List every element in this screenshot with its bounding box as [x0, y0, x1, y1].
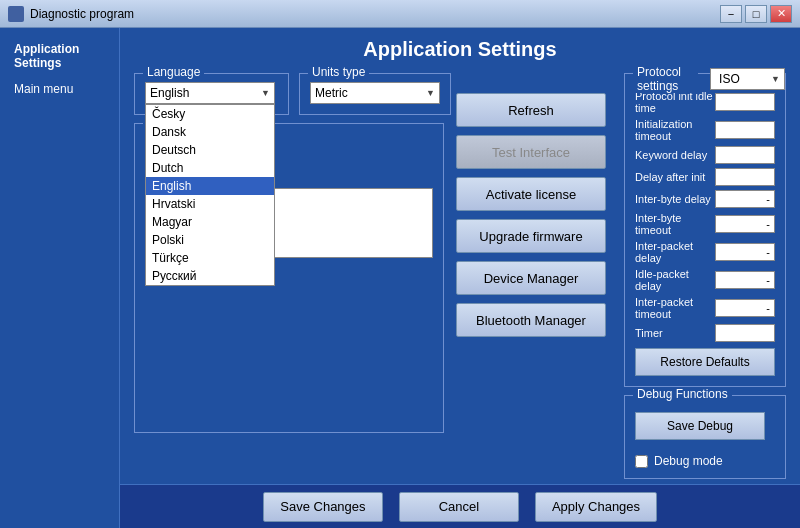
window-title: Diagnostic program — [30, 7, 134, 21]
lang-option-magyar[interactable]: Magyar — [146, 213, 274, 231]
debug-mode-row: Debug mode — [635, 454, 723, 468]
lang-option-russian[interactable]: Русский — [146, 267, 274, 285]
lang-option-dutch[interactable]: Dutch — [146, 159, 274, 177]
lang-option-polski[interactable]: Polski — [146, 231, 274, 249]
sidebar-item-main-menu[interactable]: Main menu — [8, 78, 111, 100]
device-manager-button[interactable]: Device Manager — [456, 261, 606, 295]
proto-input-2[interactable] — [715, 146, 775, 164]
proto-input-4[interactable] — [715, 190, 775, 208]
upgrade-firmware-button[interactable]: Upgrade firmware — [456, 219, 606, 253]
restore-defaults-button[interactable]: Restore Defaults — [635, 348, 775, 376]
page-title: Application Settings — [134, 38, 786, 61]
proto-label-7: Idle-packet delay — [635, 268, 715, 292]
proto-input-0[interactable] — [715, 93, 775, 111]
units-select[interactable]: Metric ▼ — [310, 82, 440, 104]
debug-mode-checkbox[interactable] — [635, 455, 648, 468]
lang-option-dansk[interactable]: Dansk — [146, 123, 274, 141]
sidebar-item-application-settings[interactable]: Application Settings — [8, 38, 111, 74]
units-group: Units type Metric ▼ — [299, 73, 451, 115]
language-dropdown-container[interactable]: English ▼ Česky Dansk Deutsch Dutch Engl… — [145, 82, 275, 104]
minimize-button[interactable]: − — [720, 5, 742, 23]
proto-input-3[interactable] — [715, 168, 775, 186]
bottom-bar: Save Changes Cancel Apply Changes — [120, 484, 800, 528]
debug-legend: Debug Functions — [633, 387, 732, 401]
activate-license-button[interactable]: Activate license — [456, 177, 606, 211]
proto-label-3: Delay after init — [635, 171, 715, 183]
proto-label-1: Initialization timeout — [635, 118, 715, 142]
close-button[interactable]: ✕ — [770, 5, 792, 23]
protocol-dropdown-arrow: ▼ — [771, 74, 784, 84]
proto-input-1[interactable] — [715, 121, 775, 139]
save-changes-button[interactable]: Save Changes — [263, 492, 383, 522]
proto-input-9[interactable] — [715, 324, 775, 342]
right-panel: Protocol settings ISO ▼ Protocol init id… — [624, 73, 786, 433]
language-legend: Language — [143, 65, 204, 79]
language-selected-value: English — [146, 86, 261, 100]
units-dropdown-arrow: ▼ — [426, 88, 439, 98]
proto-label-9: Timer — [635, 327, 715, 339]
protocol-legend: Protocol settings — [633, 65, 698, 93]
action-buttons-panel: Refresh Test Interface Activate license … — [456, 73, 612, 433]
lang-option-english[interactable]: English — [146, 177, 274, 195]
proto-label-5: Inter-byte timeout — [635, 212, 715, 236]
test-interface-button[interactable]: Test Interface — [456, 135, 606, 169]
cancel-button[interactable]: Cancel — [399, 492, 519, 522]
proto-label-0: Protocol init idle time — [635, 90, 715, 114]
title-bar: Diagnostic program − □ ✕ — [0, 0, 800, 28]
proto-input-8[interactable] — [715, 299, 775, 317]
language-select[interactable]: English ▼ — [145, 82, 275, 104]
apply-changes-button[interactable]: Apply Changes — [535, 492, 657, 522]
proto-input-5[interactable] — [715, 215, 775, 233]
app-icon — [8, 6, 24, 22]
protocol-group: Protocol settings ISO ▼ Protocol init id… — [624, 73, 786, 387]
proto-label-4: Inter-byte delay — [635, 193, 715, 205]
protocol-selected-value: ISO — [711, 72, 771, 86]
proto-label-8: Inter-packet timeout — [635, 296, 715, 320]
lang-option-cesky[interactable]: Česky — [146, 105, 274, 123]
language-dropdown-arrow: ▼ — [261, 88, 274, 98]
debug-mode-label: Debug mode — [654, 454, 723, 468]
proto-label-2: Keyword delay — [635, 149, 715, 161]
language-dropdown-list[interactable]: Česky Dansk Deutsch Dutch English Hrvats… — [145, 104, 275, 286]
protocol-fields: Protocol init idle time Initialization t… — [635, 90, 775, 342]
units-selected-value: Metric — [311, 86, 426, 100]
protocol-select[interactable]: ISO ▼ — [710, 68, 785, 90]
debug-group: Debug Functions Save Debug Debug mode — [624, 395, 786, 479]
main-area: Application Settings Main menu Applicati… — [0, 28, 800, 528]
proto-input-6[interactable] — [715, 243, 775, 261]
language-group: Language English ▼ Česky Dansk Deutsch — [134, 73, 289, 115]
lang-option-deutsch[interactable]: Deutsch — [146, 141, 274, 159]
save-debug-button[interactable]: Save Debug — [635, 412, 765, 440]
bluetooth-manager-button[interactable]: Bluetooth Manager — [456, 303, 606, 337]
content-area: Application Settings Language English ▼ — [120, 28, 800, 528]
proto-label-6: Inter-packet delay — [635, 240, 715, 264]
proto-input-7[interactable] — [715, 271, 775, 289]
units-legend: Units type — [308, 65, 369, 79]
lang-option-turkish[interactable]: Türkçe — [146, 249, 274, 267]
maximize-button[interactable]: □ — [745, 5, 767, 23]
refresh-button[interactable]: Refresh — [456, 93, 606, 127]
sidebar: Application Settings Main menu — [0, 28, 120, 528]
lang-option-hrvatski[interactable]: Hrvatski — [146, 195, 274, 213]
